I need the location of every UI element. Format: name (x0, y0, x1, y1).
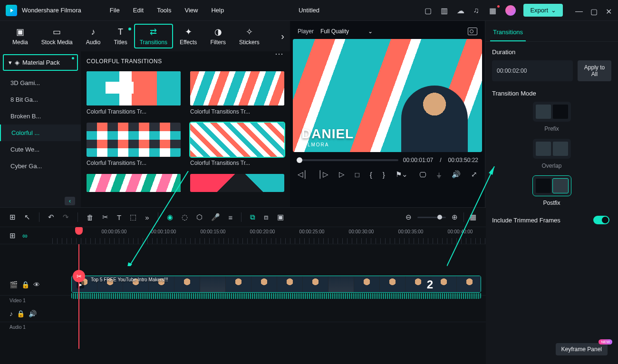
tab-stock-media[interactable]: ▭Stock Media (35, 27, 79, 46)
sidebar-material-pack[interactable]: ▾ ◈ Material Pack (3, 54, 78, 71)
transition-card[interactable]: Colorful Transitions Tr... (87, 123, 181, 166)
effects-icon: ✦ (183, 27, 193, 37)
transition-card[interactable]: Colorful Transitions Tr... (190, 71, 284, 115)
sidebar-item[interactable]: Broken B... (0, 108, 81, 125)
mic-tool[interactable]: 🎤 (211, 213, 220, 221)
device-icon[interactable]: ▢ (425, 6, 433, 15)
tab-filters[interactable]: ◑Filters (203, 27, 232, 46)
track-link-icon[interactable]: ∞ (22, 231, 28, 239)
minimize-button[interactable]: — (575, 7, 582, 14)
video-clip[interactable]: ▶ Top 5 FREE YouTube Intro Makers!!! 2 (71, 276, 481, 293)
save-icon[interactable]: ▥ (441, 6, 449, 15)
duration-input[interactable] (492, 60, 573, 81)
sidebar-item-active[interactable]: Colorful ... (0, 125, 81, 141)
visibility-icon[interactable]: 👁 (33, 281, 40, 288)
shield-tool[interactable]: ⬡ (196, 213, 203, 221)
quality-select[interactable]: Full Quality⌄ (320, 28, 373, 35)
duration-label: Duration (492, 48, 611, 56)
menu-edit[interactable]: Edit (133, 7, 144, 14)
zoom-out-button[interactable]: ⊖ (406, 213, 412, 221)
delete-button[interactable]: 🗑 (87, 213, 94, 221)
marker-menu[interactable]: ⚑⌄ (396, 170, 408, 179)
tab-media[interactable]: ▣Media (6, 27, 35, 46)
menu-file[interactable]: File (110, 7, 120, 14)
tab-stickers[interactable]: ✧Stickers (232, 27, 266, 46)
close-button[interactable]: ✕ (606, 7, 612, 14)
play-button[interactable]: ▷ (339, 170, 345, 179)
playhead[interactable]: ✂ (78, 244, 79, 349)
link-tool[interactable]: ⧈ (264, 213, 269, 221)
display-icon[interactable]: 🖵 (419, 171, 426, 179)
ai-tool[interactable]: ◉ (167, 213, 173, 221)
lock-icon[interactable]: 🔒 (17, 310, 25, 317)
menu-tools[interactable]: Tools (157, 7, 171, 14)
more-tools[interactable]: » (145, 213, 149, 221)
color-tool[interactable]: ◌ (182, 213, 188, 221)
mode-postfix-selected[interactable] (533, 176, 571, 196)
transition-card[interactable]: Colorful Transitions Tr... (87, 71, 181, 115)
camera-icon[interactable]: ⏚ (437, 171, 441, 179)
marker-tool[interactable]: ▣ (277, 213, 284, 221)
volume-icon[interactable]: 🔊 (452, 170, 461, 179)
mode-prefix[interactable] (533, 102, 571, 122)
snapshot-icon[interactable] (468, 28, 477, 35)
transition-card[interactable] (190, 174, 284, 192)
tabs-scroll-right[interactable]: › (281, 31, 284, 42)
tab-titles[interactable]: TTitles (107, 27, 134, 46)
text-tool[interactable]: T (117, 213, 121, 221)
trimmed-toggle[interactable] (593, 216, 609, 224)
cut-tool[interactable]: ✂ (102, 213, 108, 221)
keyframe-panel-button[interactable]: Keyframe Panel NEW (556, 343, 608, 355)
filters-icon: ◑ (213, 27, 223, 37)
mute-icon[interactable]: 🔊 (29, 310, 37, 317)
redo-button[interactable]: ↷ (63, 213, 69, 221)
next-frame-button[interactable]: │▷ (318, 170, 328, 179)
mixer-tool[interactable]: ≡ (229, 213, 233, 221)
sidebar-item[interactable]: Cute We... (0, 141, 81, 158)
scissors-icon[interactable]: ✂ (73, 270, 85, 282)
sidebar-item[interactable]: 8 Bit Ga... (0, 91, 81, 108)
new-badge: NEW (599, 339, 612, 345)
menu-help[interactable]: Help (211, 7, 224, 14)
waveform (71, 293, 481, 299)
user-avatar[interactable] (505, 5, 516, 16)
sidebar-collapse[interactable]: ‹ (65, 197, 75, 205)
video-preview[interactable]: DANIEL FILMORA (293, 39, 482, 152)
mark-in-button[interactable]: { (370, 171, 372, 179)
stock-icon: ▭ (52, 27, 62, 37)
seek-slider[interactable] (297, 159, 398, 161)
track-add-icon[interactable]: ⊞ (10, 231, 16, 240)
tab-audio[interactable]: ♪Audio (79, 27, 107, 46)
prev-frame-button[interactable]: ◁│ (298, 170, 308, 179)
undo-button[interactable]: ↶ (48, 213, 54, 221)
mark-out-button[interactable]: } (383, 171, 385, 179)
audio-track-icon: ♪ (10, 310, 13, 317)
apply-to-all-button[interactable]: Apply to All (578, 60, 611, 81)
zoom-in-button[interactable]: ⊕ (452, 213, 458, 221)
crop-tool[interactable]: ⬚ (130, 213, 136, 221)
sidebar-item[interactable]: 3D Gami... (0, 75, 81, 91)
transition-card-selected[interactable]: Colorful Transitions Tr... (190, 123, 284, 166)
inspector-tab-transitions[interactable]: Transitions (490, 24, 526, 41)
lock-icon[interactable]: 🔒 (21, 281, 29, 288)
zoom-slider[interactable] (417, 217, 446, 218)
preview-title: DANIEL (301, 126, 354, 142)
magnet-tool[interactable]: ⧉ (250, 213, 255, 221)
mode-overlap[interactable] (533, 139, 571, 159)
pointer-tool[interactable]: ↖ (24, 213, 30, 221)
apps-icon[interactable]: ▦ (489, 6, 498, 15)
menu-view[interactable]: View (184, 7, 198, 14)
headset-icon[interactable]: ♫ (473, 6, 482, 15)
cloud-icon[interactable]: ☁ (457, 6, 465, 15)
maximize-button[interactable]: ▢ (590, 7, 597, 14)
transition-card[interactable] (87, 174, 181, 192)
select-tool[interactable]: ⊞ (10, 213, 16, 221)
grid-more-icon[interactable]: ⋯ (275, 51, 283, 59)
tab-transitions[interactable]: ⇄Transitions (134, 24, 173, 48)
sidebar-item[interactable]: Cyber Ga... (0, 158, 81, 174)
fullscreen-icon[interactable]: ⤢ (471, 170, 477, 179)
export-button[interactable]: Export⌄ (523, 4, 563, 17)
tab-effects[interactable]: ✦Effects (173, 27, 203, 46)
view-options[interactable]: ▦ (470, 213, 476, 221)
stop-button[interactable]: □ (355, 171, 359, 179)
